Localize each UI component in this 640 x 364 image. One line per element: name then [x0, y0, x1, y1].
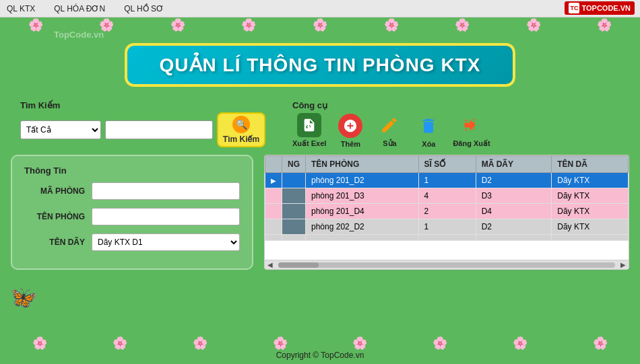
scroll-right-arrow[interactable]: ▶: [618, 261, 629, 268]
row-ten-da: Dãy KTX: [552, 204, 629, 219]
row-ng: [282, 204, 306, 219]
row-ng: [282, 173, 306, 188]
table-row-empty: [265, 235, 629, 241]
edit-label: Sửa: [383, 139, 396, 148]
add-label: Thêm: [341, 140, 360, 148]
search-select[interactable]: Tất Cả: [20, 120, 101, 139]
col-arrow: [265, 156, 282, 173]
title-banner: QUẢN LÍ THÔNG TIN PHÒNG KTX: [125, 43, 515, 87]
table-row[interactable]: phòng 201_D3 4 D3 Dãy KTX: [265, 188, 629, 204]
delete-button[interactable]: Xóa: [414, 114, 443, 148]
butterfly-decoration: 🦋: [11, 285, 38, 310]
excel-icon: [297, 113, 321, 137]
bottom-area: Thông Tin MÃ PHÒNG TÊN PHÒNG TÊN DÃY Dãy…: [11, 155, 629, 270]
search-button-label: Tìm Kiếm: [223, 135, 259, 144]
page-title: QUẢN LÍ THÔNG TIN PHÒNG KTX: [148, 54, 492, 76]
menubar: QL KTX QL HÓA ĐƠN QL HỒ SƠ TC TOPCODE.VN: [0, 0, 640, 17]
tools-section: Công cụ Xuất Exel Thêm: [292, 100, 490, 148]
row-ten-phong: phòng 201_D3: [306, 188, 419, 204]
scrollbar-track[interactable]: [278, 262, 615, 268]
edit-button[interactable]: Sửa: [375, 113, 404, 148]
ten-phong-input[interactable]: [92, 208, 240, 225]
info-title: Thông Tin: [24, 166, 240, 176]
row-ten-da: Dãy KTX: [552, 219, 629, 235]
col-ma-day: MÃ DÃY: [476, 156, 552, 173]
col-ten-phong: TÊN PHÒNG: [306, 156, 419, 173]
row-ma-day: D4: [476, 204, 552, 219]
row-ng: [282, 219, 306, 235]
ma-phong-input[interactable]: [92, 182, 240, 200]
add-button[interactable]: Thêm: [335, 114, 365, 148]
row-ma-day: D2: [476, 173, 552, 188]
ten-phong-label: TÊN PHÒNG: [24, 212, 85, 221]
row-si-so: 2: [418, 204, 476, 219]
logout-button[interactable]: Đăng Xuất: [453, 113, 490, 148]
search-button[interactable]: 🔍 Tìm Kiếm: [217, 112, 265, 147]
tools-buttons: Xuất Exel Thêm Sửa: [292, 113, 490, 148]
logo-icon: TC: [569, 3, 579, 13]
add-icon: [338, 114, 362, 138]
col-ten-da: TÊN DÃ: [552, 156, 629, 173]
scroll-left-arrow[interactable]: ◀: [265, 261, 276, 268]
col-si-so: SĨ SỐ: [418, 156, 476, 173]
row-si-so: 1: [418, 173, 476, 188]
row-ten-da: Dãy KTX: [552, 188, 629, 204]
ten-day-label: TÊN DÃY: [24, 238, 85, 247]
tools-label: Công cụ: [292, 100, 490, 110]
data-table-container: NG TÊN PHÒNG SĨ SỐ MÃ DÃY TÊN DÃ ▶ phòng…: [264, 155, 629, 270]
info-form: Thông Tin MÃ PHÒNG TÊN PHÒNG TÊN DÃY Dãy…: [11, 155, 253, 270]
logout-icon: [459, 113, 484, 137]
search-label: Tìm Kiếm: [20, 100, 265, 110]
menu-ql-ho-so[interactable]: QL HỒ SƠ: [121, 3, 166, 15]
logo-text: TOPCODE.VN: [581, 4, 631, 12]
search-section: Tìm Kiếm Tất Cả 🔍 Tìm Kiếm: [20, 100, 265, 147]
row-ng: [282, 188, 306, 204]
menu-ql-ktx[interactable]: QL KTX: [4, 3, 38, 15]
col-ng: NG: [282, 156, 306, 173]
table-scroll-area[interactable]: NG TÊN PHÒNG SĨ SỐ MÃ DÃY TÊN DÃ ▶ phòng…: [265, 155, 629, 260]
ma-phong-label: MÃ PHÒNG: [24, 186, 85, 196]
search-input[interactable]: [105, 120, 213, 139]
menu-ql-hoa-don[interactable]: QL HÓA ĐƠN: [51, 3, 108, 15]
search-icon: 🔍: [232, 116, 250, 133]
export-excel-label: Xuất Exel: [292, 139, 326, 148]
search-inputs: Tất Cả 🔍 Tìm Kiếm: [20, 112, 265, 147]
table-row[interactable]: phòng 202_D2 1 D2 Dãy KTX: [265, 219, 629, 235]
copyright: Copyright © TopCode.vn: [0, 351, 640, 360]
row-ma-day: D3: [476, 188, 552, 204]
row-ma-day: D2: [476, 219, 552, 235]
row-ten-da: Dãy KTX: [552, 173, 629, 188]
data-table: NG TÊN PHÒNG SĨ SỐ MÃ DÃY TÊN DÃ ▶ phòng…: [265, 155, 629, 241]
main-content: 🌸🌸🌸🌸🌸🌸🌸🌸🌸 TopCode.vn QUẢN LÍ THÔNG TIN P…: [0, 17, 640, 364]
row-ten-phong: phòng 202_D2: [306, 219, 419, 235]
row-arrow: ▶: [265, 173, 282, 188]
flowers-bottom-decoration: 🌸🌸🌸🌸🌸🌸🌸🌸: [0, 336, 640, 351]
flowers-top-decoration: 🌸🌸🌸🌸🌸🌸🌸🌸🌸: [0, 17, 640, 32]
topcode-logo: TC TOPCODE.VN: [565, 1, 635, 15]
row-ten-phong: phòng 201_D2: [306, 173, 419, 188]
row-si-so: 1: [418, 219, 476, 235]
table-header-row: NG TÊN PHÒNG SĨ SỐ MÃ DÃY TÊN DÃ: [265, 156, 629, 173]
row-ten-phong: phòng 201_D4: [306, 204, 419, 219]
delete-label: Xóa: [422, 140, 435, 148]
row-arrow: [265, 188, 282, 204]
row-si-so: 4: [418, 188, 476, 204]
ma-phong-row: MÃ PHÒNG: [24, 182, 240, 200]
logout-label: Đăng Xuất: [453, 139, 490, 148]
export-excel-button[interactable]: Xuất Exel: [292, 113, 326, 148]
table-row[interactable]: phòng 201_D4 2 D4 Dãy KTX: [265, 204, 629, 219]
ten-phong-row: TÊN PHÒNG: [24, 208, 240, 225]
edit-icon: [377, 113, 402, 137]
ten-day-row: TÊN DÃY Dãy KTX D1 Dãy KTX D2 Dãy KTX D3: [24, 233, 240, 251]
ten-day-select[interactable]: Dãy KTX D1 Dãy KTX D2 Dãy KTX D3: [92, 233, 240, 251]
scrollbar-thumb[interactable]: [278, 262, 319, 268]
row-arrow: [265, 219, 282, 235]
delete-icon: [416, 114, 441, 138]
horizontal-scrollbar[interactable]: ◀ ▶: [265, 260, 629, 269]
row-arrow: [265, 204, 282, 219]
table-row[interactable]: ▶ phòng 201_D2 1 D2 Dãy KTX: [265, 173, 629, 188]
